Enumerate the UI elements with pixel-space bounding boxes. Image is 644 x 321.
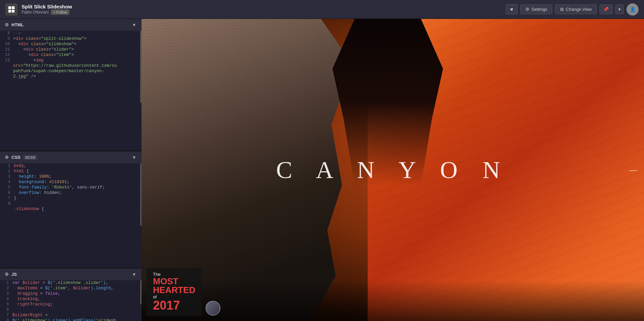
preview-avatar	[206, 301, 220, 316]
svg-rect-2	[8, 9, 11, 12]
table-row: 8 $('.slideshow').clone().addClass('slid…	[0, 318, 142, 321]
html-collapse-button[interactable]: ▾	[131, 22, 137, 28]
table-row: 3 dragging = false,	[0, 291, 142, 296]
heart-button[interactable]: ♥	[506, 4, 518, 14]
settings-button[interactable]: ⚙ Settings	[520, 4, 552, 14]
hearted-year-text: 2017	[153, 299, 195, 312]
chevron-down-icon: ▾	[618, 7, 621, 12]
gear-icon: ⚙	[525, 7, 529, 12]
html-header-left: ⚙ HTML	[5, 22, 24, 27]
table-row: 2 html {	[0, 169, 142, 174]
html-panel-header: ⚙ HTML ▾	[0, 19, 142, 31]
hearted-badge: The MOST HEARTED of 2017	[147, 268, 202, 316]
table-row: 10 <div class="slideshow">	[0, 41, 142, 47]
canyon-title: C A N Y O N	[276, 156, 510, 184]
js-label: JS	[11, 272, 17, 277]
table-row: 1 body,	[0, 163, 142, 169]
css-code-area[interactable]: 1 body, 2 html { 3 height: 100%; 4 backg…	[0, 163, 142, 267]
js-section: ⚙ JS ▾ 1 var $slider = $('.slideshow .sl…	[0, 268, 142, 321]
html-code-area[interactable]: 8 --> 9 <div class="split-slideshow"> 10…	[0, 31, 142, 151]
pin-button[interactable]: 📌	[600, 4, 613, 14]
hearted-hearted-text: HEARTED	[153, 286, 195, 294]
table-row: 11 <div class="slider">	[0, 47, 142, 52]
svg-rect-0	[8, 6, 11, 9]
table-row: 2 maxItems = $('.item', $slider).length,	[0, 286, 142, 291]
change-view-button[interactable]: ⊞ Change View	[555, 4, 597, 14]
pin-icon: 📌	[603, 7, 609, 12]
author-name: Fabio Ottaviani	[22, 10, 49, 14]
html-label: HTML	[11, 22, 24, 27]
svg-rect-3	[12, 9, 14, 12]
css-gear-icon[interactable]: ⚙	[5, 155, 9, 160]
hearted-most-text: MOST	[153, 277, 195, 286]
html-section: ⚙ HTML ▾ 8 --> 9 <div class="split-slide…	[0, 19, 142, 151]
css-badge: SCSS	[23, 155, 37, 160]
nav-arrow-right[interactable]: —	[629, 165, 637, 175]
logo-icon	[8, 6, 15, 13]
table-row: .slideshow {	[0, 206, 142, 212]
table-row: 6	[0, 307, 142, 313]
css-label: CSS	[11, 155, 21, 160]
bottom-banner: The MOST HEARTED of 2017	[142, 281, 644, 321]
table-row: 6 overflow: hidden;	[0, 190, 142, 196]
js-code-area[interactable]: 1 var $slider = $('.slideshow .slider'),…	[0, 280, 142, 321]
table-row: 2.jpg" />	[0, 74, 142, 79]
view-icon: ⊞	[560, 7, 564, 12]
table-row: 8	[0, 201, 142, 206]
js-code-table: 1 var $slider = $('.slideshow .slider'),…	[0, 280, 142, 321]
html-code-table: 8 --> 9 <div class="split-slideshow"> 10…	[0, 31, 142, 79]
table-row: 5 rightTracking;	[0, 302, 142, 307]
author-info: Fabio Ottaviani + Follow	[22, 9, 502, 15]
table-row: pahfunk/supah-codepen/master/canyon-	[0, 68, 142, 74]
top-nav: Split Slick Slideshow Fabio Ottaviani + …	[0, 0, 644, 19]
table-row: 3 height: 100%;	[0, 174, 142, 179]
nav-right: ♥ ⚙ Settings ⊞ Change View 📌 ▾ 👤	[506, 3, 639, 16]
js-panel-header: ⚙ JS ▾	[0, 268, 142, 280]
css-collapse-button[interactable]: ▾	[131, 154, 137, 160]
table-row: 7 }	[0, 196, 142, 201]
html-gear-icon[interactable]: ⚙	[5, 22, 9, 27]
preview-panel: C A N Y O N — The MOST HEARTED of 2017	[142, 19, 644, 321]
table-row: 8 -->	[0, 31, 142, 36]
table-row: 12 <div class="item">	[0, 52, 142, 58]
css-section: ⚙ CSS SCSS ▾ 1 body, 2 html {	[0, 151, 142, 268]
css-code-table: 1 body, 2 html { 3 height: 100%; 4 backg…	[0, 163, 142, 212]
js-collapse-button[interactable]: ▾	[131, 271, 137, 278]
table-row: 5 font-family: 'Roboto', sans-serif;	[0, 185, 142, 190]
table-row: 7 $sliderRight =	[0, 313, 142, 318]
svg-rect-1	[12, 6, 14, 9]
js-gear-icon[interactable]: ⚙	[5, 272, 9, 277]
logo	[5, 3, 18, 16]
table-row: 4 background: #110101;	[0, 179, 142, 185]
canyon-background: C A N Y O N — The MOST HEARTED of 2017	[142, 19, 644, 321]
js-header-left: ⚙ JS	[5, 272, 17, 277]
css-header-left: ⚙ CSS SCSS	[5, 155, 37, 160]
table-row: 1 var $slider = $('.slideshow .slider'),	[0, 280, 142, 286]
left-panel: ⚙ HTML ▾ 8 --> 9 <div class="split-slide…	[0, 19, 142, 321]
follow-button[interactable]: + Follow	[51, 9, 69, 15]
app-title: Split Slick Slideshow	[22, 4, 502, 9]
title-area: Split Slick Slideshow Fabio Ottaviani + …	[22, 4, 502, 15]
dropdown-button[interactable]: ▾	[615, 4, 624, 14]
table-row: src="https://raw.githubusercontent.com/s…	[0, 63, 142, 68]
main-content: ⚙ HTML ▾ 8 --> 9 <div class="split-slide…	[0, 19, 644, 321]
table-row: 13 <img	[0, 58, 142, 63]
avatar: 👤	[626, 3, 639, 16]
css-panel-header: ⚙ CSS SCSS ▾	[0, 151, 142, 163]
heart-icon: ♥	[510, 6, 513, 12]
table-row: 9 <div class="split-slideshow">	[0, 36, 142, 41]
table-row: 4 tracking,	[0, 296, 142, 302]
